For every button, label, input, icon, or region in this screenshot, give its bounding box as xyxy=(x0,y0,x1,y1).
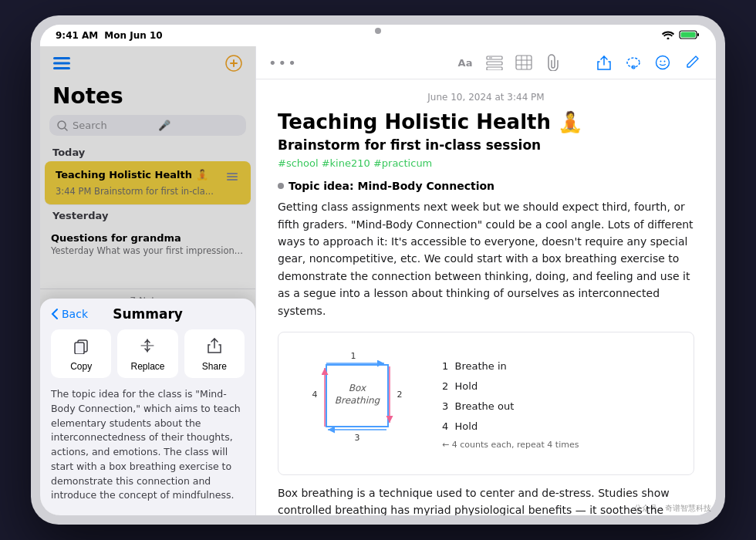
note-area: ••• Aa xyxy=(256,46,716,515)
note-toolbar: ••• Aa xyxy=(256,46,716,79)
watermark: 公众号 · 奇谱智慧科技 xyxy=(634,503,711,514)
replace-icon xyxy=(139,337,156,358)
summary-panel-title: Summary xyxy=(113,306,183,322)
note-section-title: Topic idea: Mind-Body Connection xyxy=(278,180,694,192)
battery-icon xyxy=(679,29,700,42)
note-main-title: Teaching Holistic Health 🧘 xyxy=(278,110,694,134)
svg-point-26 xyxy=(660,61,662,62)
diagram-steps: 1 Breathe in 2 Hold 3 Breathe out 4 Hold… xyxy=(442,356,579,450)
svg-text:2: 2 xyxy=(397,390,403,400)
svg-rect-15 xyxy=(487,62,502,65)
note-body: Getting class assignments next week but … xyxy=(278,198,694,319)
app-container: Notes Search 🎤 Today Teaching Holistic H… xyxy=(40,46,716,515)
status-left: 9:41 AM Mon Jun 10 xyxy=(56,30,163,41)
note-subtitle: Brainstorm for first in-class session xyxy=(278,137,694,153)
table-icon[interactable] xyxy=(512,51,535,74)
sidebar: Notes Search 🎤 Today Teaching Holistic H… xyxy=(40,46,256,515)
wifi-icon xyxy=(662,30,674,42)
step-4: 4 Hold xyxy=(442,417,579,437)
box-breathing-diagram: 1 2 3 4 Box Breathing xyxy=(288,342,427,465)
svg-point-27 xyxy=(664,61,666,62)
status-bar: 9:41 AM Mon Jun 10 xyxy=(40,25,716,46)
date: Mon Jun 10 xyxy=(104,30,162,41)
section-label: Topic idea: Mind-Body Connection xyxy=(289,180,494,192)
note-tags: #school #kine210 #practicum xyxy=(278,157,694,169)
step-2: 2 Hold xyxy=(442,376,579,397)
note-date: June 10, 2024 at 3:44 PM xyxy=(278,92,694,103)
svg-text:4: 4 xyxy=(312,390,318,400)
svg-rect-18 xyxy=(516,56,532,69)
share-button[interactable]: Share xyxy=(184,329,245,378)
lasso-icon[interactable] xyxy=(622,51,645,74)
summary-actions: Copy xyxy=(51,329,245,378)
status-right xyxy=(662,29,700,42)
note-body-2: Box breathing is a technique used to cen… xyxy=(278,484,694,515)
ipad-screen: 9:41 AM Mon Jun 10 xyxy=(40,25,716,515)
svg-rect-2 xyxy=(681,32,696,37)
svg-text:1: 1 xyxy=(351,351,356,361)
diagram-container: 1 2 3 4 Box Breathing xyxy=(278,332,694,475)
copy-button[interactable]: Copy xyxy=(51,329,111,378)
step-1: 1 Breathe in xyxy=(442,356,579,376)
replace-label: Replace xyxy=(130,361,164,372)
compose-toolbar-icon[interactable] xyxy=(680,51,704,74)
replace-button[interactable]: Replace xyxy=(117,329,177,378)
svg-rect-16 xyxy=(487,67,502,70)
share-icon xyxy=(206,337,223,358)
svg-text:Box: Box xyxy=(349,383,367,393)
more-options-icon[interactable]: ••• xyxy=(268,55,298,71)
svg-text:Breathing: Breathing xyxy=(335,395,381,406)
copy-label: Copy xyxy=(70,361,92,372)
note-content: June 10, 2024 at 3:44 PM Teaching Holist… xyxy=(256,79,716,515)
checklist-icon[interactable] xyxy=(483,51,506,74)
summary-text: The topic idea for the class is "Mind-Bo… xyxy=(51,387,245,503)
back-label: Back xyxy=(62,308,88,320)
topic-dot xyxy=(278,183,284,189)
back-button[interactable]: Back xyxy=(51,308,88,320)
attach-icon[interactable] xyxy=(542,51,565,74)
share-toolbar-icon[interactable] xyxy=(592,51,616,74)
share-label: Share xyxy=(202,361,227,372)
summary-nav: Back Summary xyxy=(51,308,245,320)
emoji-icon[interactable] xyxy=(651,51,674,74)
svg-point-25 xyxy=(656,56,670,69)
svg-rect-10 xyxy=(75,343,84,354)
format-icon[interactable]: Aa xyxy=(454,51,477,74)
time: 9:41 AM xyxy=(56,30,98,41)
summary-panel: Back Summary Copy xyxy=(40,299,255,515)
svg-rect-1 xyxy=(697,33,699,36)
copy-icon xyxy=(73,337,89,358)
ipad-frame: 9:41 AM Mon Jun 10 xyxy=(31,15,725,525)
step-3: 3 Breathe out xyxy=(442,397,579,417)
diagram-note: ← 4 counts each, repeat 4 times xyxy=(442,440,579,450)
svg-text:3: 3 xyxy=(355,433,360,443)
